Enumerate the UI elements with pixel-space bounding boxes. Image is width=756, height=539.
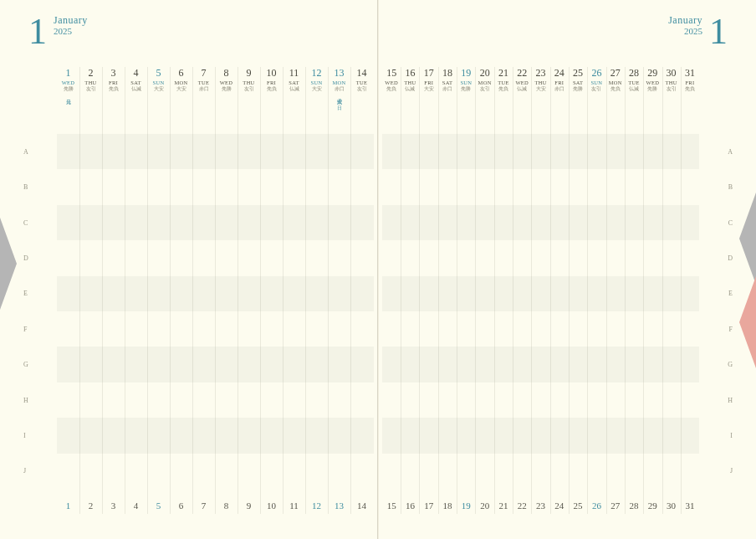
day-of-week: THU — [662, 80, 680, 85]
row-label: D — [23, 240, 57, 275]
row-label: I — [23, 418, 57, 453]
day-of-week: SUN — [457, 80, 475, 85]
day-of-week: THU — [238, 80, 260, 85]
rokuyo: 友引 — [79, 85, 102, 93]
row-label: F — [23, 311, 57, 346]
day-header: 27MON先負 — [606, 67, 625, 93]
day-of-week: FRI — [420, 80, 438, 85]
header-left: 1 January 2025 — [28, 15, 88, 49]
day-of-week: SAT — [438, 80, 457, 85]
footer-day-number: 25 — [569, 501, 587, 511]
day-number: 26 — [587, 67, 605, 80]
row-labels-right: ABCDEFGHIJ — [699, 134, 733, 489]
grid-row — [57, 169, 374, 204]
grid-row — [57, 134, 374, 169]
day-header: 5SUN大安 — [147, 67, 170, 93]
month-year-block: January 2025 — [54, 15, 88, 36]
month-number: 1 — [28, 15, 47, 49]
rokuyo: 仏滅 — [513, 85, 531, 93]
footer-day-number: 14 — [350, 501, 373, 511]
day-of-week: TUE — [350, 80, 373, 85]
grid-row — [382, 169, 699, 204]
footer-day-number: 2 — [79, 501, 102, 511]
day-header: 22WED仏滅 — [513, 67, 531, 93]
year: 2025 — [54, 26, 88, 36]
day-number: 18 — [438, 67, 457, 80]
day-number: 2 — [79, 67, 102, 80]
row-label: F — [699, 311, 733, 346]
day-of-week: MON — [170, 80, 192, 85]
month-year-block: January 2025 — [668, 15, 702, 36]
day-number: 1 — [57, 67, 79, 80]
rokuyo: 先勝 — [643, 85, 662, 93]
row-label: B — [699, 169, 733, 204]
day-number: 29 — [643, 67, 662, 80]
day-of-week: TUE — [192, 80, 215, 85]
grid-row — [382, 240, 699, 275]
rokuyo: 仏滅 — [283, 85, 305, 93]
rokuyo: 友引 — [475, 85, 493, 93]
day-of-week: FRI — [550, 80, 569, 85]
day-number: 14 — [350, 67, 373, 80]
day-of-week: SAT — [125, 80, 147, 85]
page-left: 1 January 2025 1WED先勝元日2THU友引3FRI先負4SAT仏… — [0, 0, 378, 539]
rokuyo: 先負 — [260, 85, 283, 93]
day-of-week: MON — [475, 80, 493, 85]
grid-row — [382, 311, 699, 346]
rokuyo: 赤口 — [550, 85, 569, 93]
day-number: 17 — [420, 67, 438, 80]
rokuyo: 友引 — [350, 85, 373, 93]
day-of-week: WED — [57, 80, 79, 85]
footer-day-number: 30 — [662, 501, 680, 511]
grid-row — [57, 205, 374, 240]
row-label: E — [699, 276, 733, 311]
grid-row — [382, 276, 699, 311]
rokuyo: 友引 — [238, 85, 260, 93]
day-of-week: TUE — [494, 80, 513, 85]
day-header: 10FRI先負 — [260, 67, 283, 93]
footer-day-number: 21 — [494, 501, 513, 511]
day-of-week: THU — [401, 80, 419, 85]
rokuyo: 友引 — [587, 85, 605, 93]
grid-left — [57, 134, 374, 489]
day-of-week: FRI — [681, 80, 699, 85]
day-headers-right: 15WED先負16THU仏滅17FRI大安18SAT赤口19SUN先勝20MON… — [382, 67, 699, 93]
year: 2025 — [668, 26, 702, 36]
day-of-week: WED — [513, 80, 531, 85]
footer-days-left: 1234567891011121314 — [57, 501, 374, 511]
day-of-week: SUN — [587, 80, 605, 85]
rokuyo: 仏滅 — [625, 85, 643, 93]
row-label: H — [23, 382, 57, 418]
day-number: 22 — [513, 67, 531, 80]
footer-day-number: 4 — [125, 501, 147, 511]
grid-row — [57, 311, 374, 346]
rokuyo: 先負 — [606, 85, 625, 93]
day-number: 25 — [569, 67, 587, 80]
rokuyo: 先負 — [102, 85, 125, 93]
footer-day-number: 1 — [57, 501, 79, 511]
day-header: 4SAT仏滅 — [125, 67, 147, 93]
day-number: 3 — [102, 67, 125, 80]
grid-row — [382, 346, 699, 382]
footer-day-number: 27 — [606, 501, 625, 511]
rokuyo: 先負 — [382, 85, 401, 93]
day-header: 9THU友引 — [238, 67, 260, 93]
day-header: 21TUE先負 — [494, 67, 513, 93]
grid-row — [382, 382, 699, 418]
footer-day-number: 13 — [328, 501, 350, 511]
row-label: A — [699, 134, 733, 169]
footer-day-number: 17 — [420, 501, 438, 511]
footer-day-number: 29 — [643, 501, 662, 511]
rokuyo: 先勝 — [57, 85, 79, 93]
rokuyo: 先勝 — [215, 85, 238, 93]
page-right: 1 January 2025 15WED先負16THU仏滅17FRI大安18SA… — [378, 0, 756, 539]
footer-day-number: 3 — [102, 501, 125, 511]
footer-day-number: 5 — [147, 501, 170, 511]
day-header: 28TUE仏滅 — [625, 67, 643, 93]
row-label: I — [699, 418, 733, 453]
day-of-week: THU — [79, 80, 102, 85]
grid-row — [57, 276, 374, 311]
day-number: 12 — [305, 67, 328, 80]
header-right: 1 January 2025 — [668, 15, 728, 49]
rokuyo: 赤口 — [192, 85, 215, 93]
